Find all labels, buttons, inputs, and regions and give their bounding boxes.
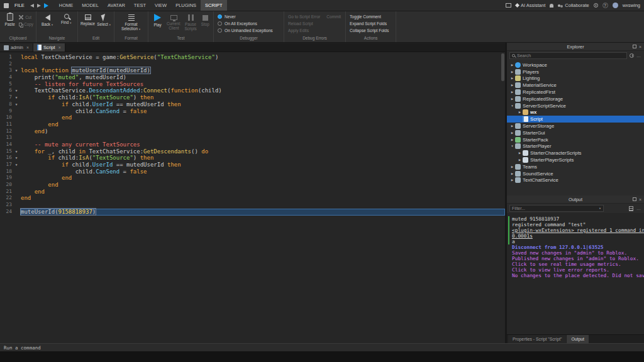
code-line[interactable]: 6▼ TextChatService.DescendantAdded:Conne… — [0, 87, 505, 94]
code-line[interactable]: 8▼ if child.UserId == mutedUserId then — [0, 101, 505, 108]
output-filter-input[interactable]: Filter... ▼ — [509, 205, 604, 212]
close-icon[interactable]: × — [26, 45, 29, 50]
avatar[interactable] — [613, 3, 618, 8]
doc-tab-script[interactable]: Script× — [33, 43, 65, 52]
help-icon[interactable]: ? — [602, 3, 608, 8]
tree-item-startercharacterscripts[interactable]: ▶StarterCharacterScripts — [507, 150, 644, 156]
app-icon[interactable] — [4, 3, 9, 8]
menu-tab-model[interactable]: MODEL — [77, 0, 103, 11]
log-options-icon[interactable] — [629, 206, 633, 211]
commit-button[interactable]: Commit — [326, 14, 341, 19]
output-line[interactable]: muted 9158818937 — [508, 216, 644, 222]
tree-expand-arrow[interactable]: ▶ — [509, 165, 515, 168]
doc-tab-admin[interactable]: admin× — [0, 43, 33, 52]
tree-expand-arrow[interactable]: ▶ — [509, 84, 515, 87]
tree-expand-arrow[interactable]: ▶ — [509, 70, 515, 74]
more-icon[interactable]: … — [636, 53, 641, 58]
tree-item-starterpack[interactable]: ▶StarterPack — [507, 136, 644, 143]
output-line[interactable]: 0.0001s — [508, 233, 644, 239]
code-line[interactable]: 13 — [0, 134, 505, 141]
output-line[interactable]: <plugin-wxExtensions> registered 1 comma… — [508, 228, 644, 233]
tree-expand-arrow[interactable]: ▶ — [509, 97, 515, 101]
editor-scrollbar[interactable] — [501, 53, 504, 81]
code-line[interactable]: 15▼ for _, child in TextChatService:GetD… — [0, 148, 505, 155]
tree-expand-arrow[interactable]: ▶ — [517, 111, 523, 114]
output-line[interactable]: Click to see real time usage metrics. — [512, 261, 644, 267]
code-line[interactable]: 11 end — [0, 121, 505, 128]
code-editor[interactable]: 1local TextChatService = game:GetService… — [0, 52, 505, 343]
code-line[interactable]: 20 end — [0, 182, 505, 189]
menu-file[interactable]: FILE — [13, 3, 26, 8]
collaborate-button[interactable]: Collaborate — [558, 3, 589, 8]
stop-button[interactable]: Stop — [199, 13, 211, 26]
code-line[interactable]: 23 — [0, 202, 505, 209]
menu-tab-test[interactable]: TEST — [130, 0, 150, 11]
output-line[interactable]: No changes to the place detected. Did no… — [512, 273, 644, 278]
code-line[interactable]: 18 child.CanSend = false — [0, 168, 505, 175]
tree-item-players[interactable]: ▶Players — [507, 69, 644, 75]
copy-button[interactable]: Copy — [19, 22, 33, 26]
fold-arrow-icon[interactable]: ▼ — [12, 155, 21, 162]
explorer-search-input[interactable]: Search — [509, 52, 627, 59]
code-line[interactable]: 1local TextChatService = game:GetService… — [0, 54, 505, 61]
pause-scripts-button[interactable]: Pause Scripts — [184, 13, 198, 31]
close-icon[interactable]: × — [58, 45, 61, 50]
tree-expand-arrow[interactable]: ▼ — [509, 145, 515, 148]
tree-item-soundservice[interactable]: ▶SoundService — [507, 170, 644, 177]
tree-item-starterplayer[interactable]: ▼StarterPlayer — [507, 143, 644, 150]
tree-expand-arrow[interactable]: ▶ — [509, 172, 515, 175]
code-line[interactable]: 5 -- listen for future TextSources — [0, 81, 505, 88]
ai-assistant-button[interactable]: AI Assistant — [516, 3, 545, 8]
tree-item-materialservice[interactable]: ▶MaterialService — [507, 82, 644, 89]
fold-arrow-icon[interactable]: ▼ — [12, 87, 21, 94]
code-line[interactable]: 24muteUserId(9158818937) — [0, 209, 505, 216]
command-bar-input[interactable]: Run a command — [0, 343, 644, 351]
debugger-option-all-exceptions[interactable]: On All Exceptions — [218, 21, 257, 26]
username[interactable]: wxswing — [623, 3, 640, 8]
tree-expand-arrow[interactable]: ▼ — [509, 104, 515, 107]
tree-expand-arrow[interactable]: ▶ — [509, 77, 515, 80]
play-button[interactable]: Play — [151, 13, 164, 27]
apply-edits-button[interactable]: Apply Edits — [288, 28, 309, 33]
code-line[interactable]: 4 print("muted", mutedUserId) — [0, 74, 505, 81]
tree-item-starterplayerscripts[interactable]: ▶StarterPlayerScripts — [507, 156, 644, 163]
menu-tab-script[interactable]: SCRIPT — [201, 0, 227, 11]
play-icon[interactable] — [44, 3, 48, 8]
device-emulation-icon[interactable] — [506, 3, 511, 8]
code-line[interactable]: 22end — [0, 195, 505, 202]
fold-arrow-icon[interactable]: ▼ — [12, 94, 21, 101]
output-line[interactable]: Published new changes in "admin" to Robl… — [512, 256, 644, 261]
debugger-option-never[interactable]: Never — [218, 14, 236, 19]
code-line[interactable]: 9 child.CanSend = false — [0, 108, 505, 115]
find-button[interactable]: Find▼ — [58, 13, 75, 25]
menu-tab-home[interactable]: HOME — [55, 0, 78, 11]
menu-tab-plugins[interactable]: PLUGINS — [171, 0, 201, 11]
code-line[interactable]: 19 end — [0, 175, 505, 182]
tree-item-serverscriptservice[interactable]: ▼ServerScriptService — [507, 102, 644, 109]
tree-item-workspace[interactable]: ▶Workspace — [507, 62, 644, 69]
tree-item-teams[interactable]: ▶Teams — [507, 163, 644, 170]
history-icon[interactable] — [630, 53, 634, 58]
code-line[interactable]: 10 end — [0, 114, 505, 121]
output-line[interactable]: Saved new changes in "admin" to Roblox. — [512, 250, 644, 256]
output-line[interactable]: Click to view live error reports. — [512, 267, 644, 273]
tree-expand-arrow[interactable]: ▶ — [517, 151, 523, 155]
version-history-icon[interactable] — [594, 3, 598, 8]
format-selection-button[interactable]: Format Selection▼ — [118, 13, 145, 31]
tree-item-serverstorage[interactable]: ▶ServerStorage — [507, 123, 644, 129]
undo-icon[interactable] — [30, 4, 34, 8]
notifications-icon[interactable] — [550, 4, 553, 8]
code-line[interactable]: 7▼ if child:IsA("TextSource") then — [0, 94, 505, 101]
replace-button[interactable]: Replace — [80, 13, 95, 26]
select-button[interactable]: Select▼ — [97, 13, 111, 27]
tree-expand-arrow[interactable]: ▶ — [509, 124, 515, 128]
tree-item-replicatedstorage[interactable]: ▶ReplicatedStorage — [507, 96, 644, 102]
tree-expand-arrow[interactable]: ▶ — [509, 63, 515, 67]
code-line[interactable]: 12 end) — [0, 128, 505, 135]
back-button[interactable]: Back▼ — [39, 13, 56, 27]
fold-arrow-icon[interactable]: ▼ — [12, 101, 21, 108]
collapse-script-folds-button[interactable]: Collapse Script Folds — [350, 28, 389, 33]
output-line[interactable]: Disconnect from 127.0.0.1|63525 — [512, 244, 644, 250]
fold-arrow-icon[interactable]: ▼ — [12, 148, 21, 155]
cut-button[interactable]: Cut — [19, 15, 33, 19]
